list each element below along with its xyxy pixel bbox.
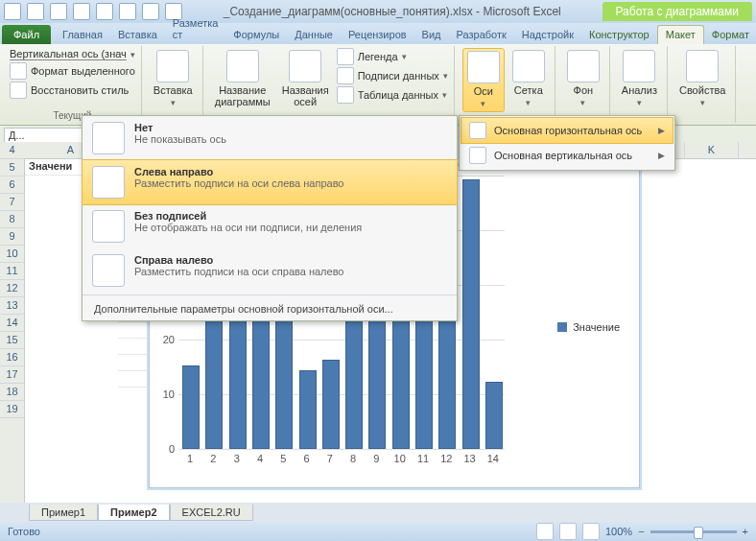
row-header[interactable]: 4: [0, 142, 24, 159]
tab-chart-format[interactable]: Формат: [704, 26, 756, 44]
x-tick: 8: [350, 453, 356, 464]
view-break-icon[interactable]: [582, 523, 600, 540]
bar[interactable]: [205, 305, 223, 449]
qat-icon[interactable]: [96, 3, 113, 20]
reset-style-button[interactable]: Восстановить стиль: [10, 82, 135, 99]
y-tick: 20: [163, 334, 175, 345]
row-header[interactable]: 15: [0, 332, 24, 349]
zoom-slider[interactable]: [650, 530, 737, 533]
tab-data[interactable]: Данные: [287, 26, 341, 44]
x-tick: 1: [187, 453, 193, 464]
menu-desc: Разместить подписи на оси слева направо: [134, 177, 447, 189]
sheet-tab-active[interactable]: Пример2: [98, 505, 169, 521]
sheet-tab[interactable]: EXCEL2.RU: [170, 505, 253, 521]
tab-home[interactable]: Главная: [55, 26, 110, 44]
x-tick: 2: [210, 453, 216, 464]
chart-element-selector[interactable]: Вертикальная ось (знач ▾: [10, 48, 135, 60]
tab-insert[interactable]: Вставка: [110, 26, 165, 44]
axis-rtl-item[interactable]: Справа налевоРазместить подписи на оси с…: [83, 248, 457, 293]
row-header[interactable]: 5: [0, 159, 24, 176]
undo-icon[interactable]: [50, 3, 67, 20]
zoom-thumb[interactable]: [694, 527, 703, 539]
legend-swatch: [557, 322, 567, 332]
analysis-button[interactable]: Анализ▾: [618, 48, 661, 110]
view-normal-icon[interactable]: [536, 523, 554, 540]
primary-horizontal-axis-item[interactable]: Основная горизонтальная ось ▶: [461, 117, 673, 144]
tab-chart-design[interactable]: Конструктор: [581, 26, 657, 44]
sheet-tab[interactable]: Пример1: [29, 505, 98, 521]
row-header[interactable]: 9: [0, 228, 24, 246]
bar[interactable]: [229, 305, 247, 449]
row-header[interactable]: 7: [0, 194, 24, 211]
row-header[interactable]: 13: [0, 297, 24, 315]
chevron-right-icon: ▶: [658, 126, 665, 135]
save-icon[interactable]: [27, 3, 44, 20]
horizontal-axis-menu: НетНе показывать ось Слева направоРазмес…: [82, 115, 458, 321]
tab-chart-layout[interactable]: Макет: [657, 25, 704, 44]
bar[interactable]: [485, 382, 503, 449]
legend-button[interactable]: Легенда ▾: [337, 48, 448, 65]
menu-separator: [83, 294, 457, 295]
menu-desc: Разместить подписи на оси справа налево: [134, 266, 447, 277]
group-axes: Оси▾ Сетка▾: [457, 46, 555, 123]
view-layout-icon[interactable]: [559, 523, 577, 540]
tab-page-layout[interactable]: Разметка ст: [165, 14, 226, 44]
x-tick: 7: [327, 453, 333, 464]
tab-addins[interactable]: Надстройк: [514, 26, 581, 44]
axis-titles-button[interactable]: Названияосей: [278, 48, 333, 109]
row-header[interactable]: 18: [0, 384, 24, 401]
zoom-level[interactable]: 100%: [605, 526, 632, 537]
data-labels-button[interactable]: Подписи данных ▾: [337, 67, 448, 84]
status-bar: Готово 100% − +: [0, 522, 756, 541]
more-axis-options-item[interactable]: Дополнительные параметры основной горизо…: [83, 297, 457, 320]
axis-no-labels-item[interactable]: Без подписейНе отображать на оси ни подп…: [83, 204, 457, 248]
row-header[interactable]: 14: [0, 315, 24, 332]
chart-legend[interactable]: Значение: [557, 321, 620, 333]
col-header[interactable]: K: [685, 142, 739, 158]
data-table-button[interactable]: Таблица данных ▾: [337, 86, 448, 104]
redo-icon[interactable]: [73, 3, 90, 20]
x-tick: 12: [440, 453, 452, 464]
row-header[interactable]: 10: [0, 246, 24, 263]
bar[interactable]: [299, 370, 317, 449]
zoom-controls: 100% − +: [536, 523, 748, 540]
axis-v-icon: [469, 147, 486, 164]
insert-button[interactable]: Вставка▾: [150, 48, 197, 110]
properties-button[interactable]: Свойства▾: [675, 48, 729, 110]
axes-button[interactable]: Оси▾: [462, 48, 505, 112]
axis-ltr-item[interactable]: Слева направоРазместить подписи на оси с…: [82, 159, 458, 205]
tab-formulas[interactable]: Формулы: [225, 26, 287, 44]
bar[interactable]: [182, 365, 200, 450]
row-header[interactable]: 19: [0, 401, 24, 418]
bar[interactable]: [462, 179, 480, 449]
row-header[interactable]: 11: [0, 263, 24, 280]
bar[interactable]: [322, 360, 340, 449]
chevron-right-icon: ▶: [658, 151, 665, 160]
qat-icon[interactable]: [119, 3, 136, 20]
tab-view[interactable]: Вид: [414, 26, 449, 44]
chart-tools-header: Работа с диаграммами: [602, 2, 753, 21]
axis-none-item[interactable]: НетНе показывать ось: [83, 116, 457, 160]
axis-none-icon: [92, 122, 125, 154]
format-selection-button[interactable]: Формат выделенного: [10, 62, 135, 80]
background-button[interactable]: Фон▾: [563, 48, 603, 110]
tab-review[interactable]: Рецензиров: [341, 26, 414, 44]
row-header[interactable]: 17: [0, 366, 24, 384]
row-header[interactable]: 6: [0, 176, 24, 194]
chart-title-button[interactable]: Названиедиаграммы: [211, 48, 274, 109]
axis-rtl-icon: [92, 254, 125, 287]
row-header[interactable]: 12: [0, 280, 24, 297]
tab-file[interactable]: Файл: [2, 25, 51, 44]
qat-icon[interactable]: [142, 3, 159, 20]
menu-label: Основная горизонтальная ось: [494, 125, 642, 136]
axis-nolabel-icon: [92, 210, 125, 243]
zoom-in-button[interactable]: +: [743, 526, 748, 537]
zoom-out-button[interactable]: −: [638, 526, 644, 537]
x-tick: 9: [373, 453, 379, 464]
row-header[interactable]: 8: [0, 211, 24, 228]
row-header[interactable]: 16: [0, 349, 24, 366]
tab-developer[interactable]: Разработк: [449, 26, 514, 44]
y-tick: 0: [169, 443, 175, 455]
primary-vertical-axis-item[interactable]: Основная вертикальная ось ▶: [461, 143, 673, 168]
gridlines-button[interactable]: Сетка▾: [508, 48, 549, 110]
